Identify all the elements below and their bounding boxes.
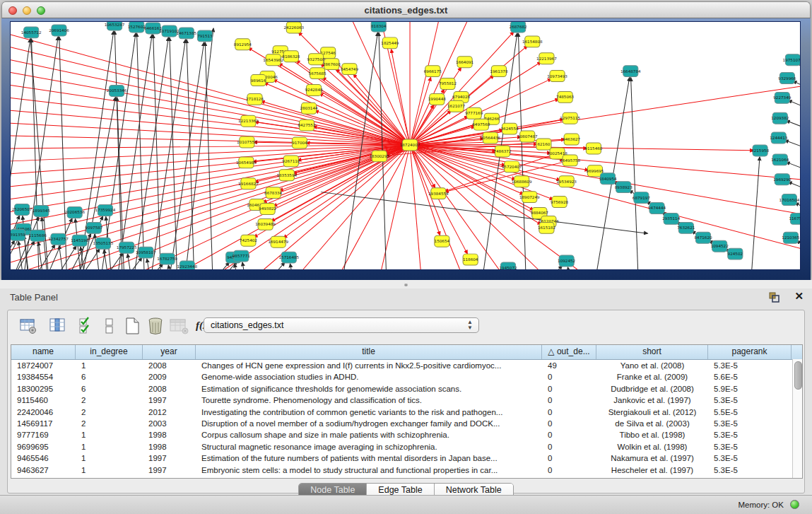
graph-node[interactable]: 19166827	[238, 178, 259, 189]
select-attributes-icon[interactable]	[78, 317, 98, 337]
graph-node[interactable]: 1664091	[456, 57, 474, 68]
graph-node[interactable]: 9329966	[778, 73, 796, 84]
graph-node[interactable]: 1961378	[490, 66, 508, 77]
table-row[interactable]: 977716911998Corpus callosum shape and si…	[11, 429, 802, 440]
graph-node[interactable]: 18353594	[276, 170, 297, 181]
table-row[interactable]: 1830029562008Estimation of significance …	[11, 383, 802, 395]
graph-node[interactable]: 9097587	[85, 222, 103, 233]
graph-node[interactable]: 1092452	[558, 255, 575, 267]
graph-node[interactable]: 13505135	[93, 238, 114, 249]
graph-node[interactable]: 9756928	[551, 197, 569, 208]
table-selector-dropdown[interactable]: citations_edges.txt ▲▼	[204, 317, 479, 333]
table-row[interactable]: 1872400712008Changes of HCN gene express…	[11, 360, 802, 371]
graph-node[interactable]: 2687682	[510, 22, 527, 33]
graph-node[interactable]: 9227349	[773, 92, 792, 103]
graph-node[interactable]: 1244413	[770, 132, 788, 144]
graph-node[interactable]: 16154808	[522, 36, 543, 47]
graph-node[interactable]: 19751074	[783, 54, 800, 66]
graph-node[interactable]: 10653287	[105, 22, 125, 30]
graph-node[interactable]: 16039489	[255, 218, 276, 230]
graph-node[interactable]: 1094522	[711, 240, 729, 252]
graph-node[interactable]: 1209382	[771, 112, 789, 124]
graph-node[interactable]: 20053346	[107, 85, 127, 96]
graph-node[interactable]: 16495758	[560, 155, 580, 166]
graph-node[interactable]: 9474444	[648, 203, 666, 214]
graph-node[interactable]: 12213363	[238, 115, 259, 127]
scrollbar-thumb[interactable]	[794, 361, 802, 390]
network-canvas[interactable]: 1872400718300295891295491275081654398281…	[10, 21, 801, 270]
merge-rows-icon[interactable]	[102, 317, 122, 337]
table-row[interactable]: 911546021997Tourette syndrome. Phenomeno…	[11, 395, 802, 406]
column-header-out_degree[interactable]: △ out_de...	[542, 345, 596, 359]
graph-node[interactable]: 16914479	[268, 236, 288, 247]
graph-node[interactable]: 12342757	[48, 233, 69, 245]
table-row[interactable]: 1938455462009Genome-wide association stu…	[11, 371, 802, 382]
graph-node[interactable]: 10973493	[547, 71, 567, 82]
graph-node[interactable]: 9267110	[282, 156, 300, 167]
graph-node[interactable]: 1115686	[29, 230, 47, 241]
table-row[interactable]: 1456911722003Disruption of a novel membe…	[11, 418, 802, 429]
graph-node[interactable]: 9857771	[233, 250, 251, 262]
graph-node[interactable]: 8938923	[615, 182, 633, 193]
graph-node[interactable]: 8186328	[282, 51, 300, 62]
graph-node[interactable]: 7486372	[493, 146, 511, 157]
graph-node[interactable]: 2718126	[246, 93, 264, 105]
graph-node[interactable]: 17016504	[779, 194, 800, 206]
graph-node[interactable]: 15720407	[502, 161, 522, 173]
graph-node[interactable]: 8471620	[694, 232, 712, 243]
graph-node[interactable]: 9777169	[465, 107, 483, 119]
graph-node[interactable]: 14671385	[176, 28, 196, 39]
new-column-icon[interactable]	[124, 317, 143, 337]
graph-node[interactable]: 1210365	[782, 232, 800, 243]
graph-node[interactable]: 118604	[463, 254, 478, 265]
float-panel-icon[interactable]	[768, 291, 781, 304]
table-row[interactable]: 946554611997Estimation of the future num…	[11, 452, 802, 464]
graph-node[interactable]: 8454749	[341, 64, 359, 75]
graph-node[interactable]: 150654	[435, 235, 450, 247]
show-columns-icon[interactable]	[49, 317, 69, 337]
column-header-short[interactable]: short	[596, 345, 708, 359]
graph-node[interactable]: 924502	[728, 248, 743, 259]
table-row[interactable]: 969969511998Structural magnetic resonanc…	[11, 441, 802, 452]
network-graph[interactable]: 1872400718300295891295491275081654398281…	[11, 22, 800, 269]
graph-node[interactable]: 8912954	[234, 39, 252, 50]
graph-node[interactable]: 1621064	[771, 154, 789, 165]
column-header-title[interactable]: title	[196, 345, 542, 359]
node-table[interactable]: namein_degreeyeartitle△ out_de...shortpa…	[11, 344, 803, 479]
graph-node[interactable]: 62160	[536, 139, 551, 150]
graph-node[interactable]: 10958107	[136, 247, 156, 258]
graph-node[interactable]: 6966175	[424, 66, 442, 77]
graph-node[interactable]: 10107553	[237, 136, 257, 148]
graph-hub-node[interactable]: 18724007	[400, 139, 420, 151]
graph-node[interactable]: 16543982	[263, 54, 283, 66]
graph-node[interactable]: 1615182	[538, 222, 555, 233]
graph-node[interactable]: 1945072	[500, 262, 517, 269]
graph-node[interactable]: 917004	[292, 137, 307, 148]
graph-node[interactable]: 7485063	[556, 91, 575, 103]
graph-node[interactable]: 14055712	[21, 27, 42, 38]
graph-node[interactable]: 9493822	[259, 204, 276, 215]
graph-node[interactable]: 5675685	[309, 68, 327, 79]
graph-node[interactable]: 15716485	[278, 252, 299, 263]
graph-node[interactable]: 18907249	[519, 192, 540, 203]
graph-node[interactable]: 20691406	[49, 25, 69, 36]
graph-node[interactable]: 17957225	[117, 242, 137, 253]
table-row[interactable]: 2242004622012Investigating the contribut…	[11, 407, 802, 418]
delete-column-icon[interactable]	[146, 317, 166, 337]
graph-node[interactable]: 16648784	[620, 66, 641, 77]
graph-node[interactable]: 6879197	[632, 192, 651, 204]
column-header-name[interactable]: name	[11, 345, 76, 359]
graph-node[interactable]: 25206507	[12, 204, 33, 216]
graph-node[interactable]: 791513	[197, 30, 213, 42]
graph-node[interactable]: 8215958	[751, 145, 770, 156]
table-row[interactable]: 946362711997Embryonic stem cells: a mode…	[11, 465, 802, 476]
graph-node[interactable]: 989616	[251, 75, 266, 86]
graph-node[interactable]: 9115460	[584, 143, 603, 154]
graph-node[interactable]: 9463627	[563, 134, 581, 145]
graph-node[interactable]: 3624554	[501, 123, 519, 134]
graph-node[interactable]: 10807487	[517, 131, 538, 142]
graph-node[interactable]: 24226063	[284, 22, 305, 33]
graph-node[interactable]: 7425402	[240, 235, 257, 246]
graph-node[interactable]: 7632621	[677, 222, 695, 233]
graph-node[interactable]: 2935114	[662, 213, 681, 224]
